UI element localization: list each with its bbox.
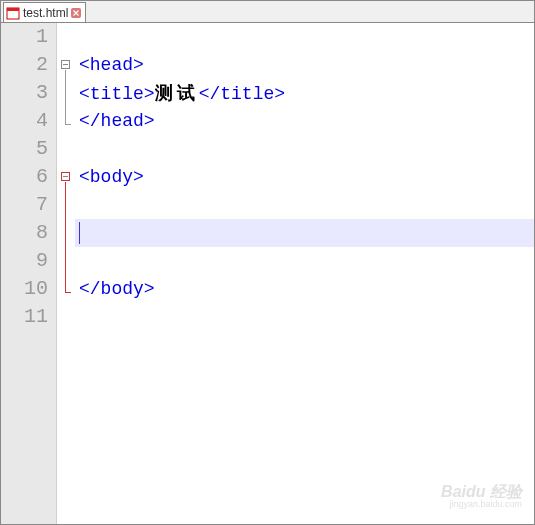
code-line-active — [75, 219, 534, 247]
line-number: 2 — [1, 51, 48, 79]
line-number: 8 — [1, 219, 48, 247]
line-number: 1 — [1, 23, 48, 51]
line-number: 11 — [1, 303, 48, 331]
html-file-icon — [6, 6, 20, 20]
fold-guide — [65, 70, 66, 124]
code-line — [75, 303, 534, 331]
code-line — [75, 135, 534, 163]
watermark: Baidu 经验 jingyan.baidu.com — [441, 483, 522, 510]
file-tab[interactable]: test.html — [3, 2, 86, 22]
fold-guide — [65, 292, 71, 293]
fold-guide — [65, 182, 66, 292]
code-line — [75, 23, 534, 51]
code-line: <head> — [75, 51, 534, 79]
code-line: <body> — [75, 163, 534, 191]
line-number: 7 — [1, 191, 48, 219]
watermark-brand: Baidu 经验 — [441, 483, 522, 501]
code-line: <title>测试</title> — [75, 79, 534, 107]
fold-toggle-icon[interactable] — [61, 172, 70, 181]
line-number: 5 — [1, 135, 48, 163]
tab-bar: test.html — [1, 1, 534, 23]
code-editor[interactable]: 1 2 3 4 5 6 7 8 9 10 11 <head> <title>测试… — [1, 23, 534, 524]
fold-column — [57, 23, 75, 524]
line-number: 9 — [1, 247, 48, 275]
line-number-gutter: 1 2 3 4 5 6 7 8 9 10 11 — [1, 23, 57, 524]
line-number: 4 — [1, 107, 48, 135]
code-line — [75, 247, 534, 275]
watermark-url: jingyan.baidu.com — [441, 500, 522, 510]
line-number: 3 — [1, 79, 48, 107]
code-area[interactable]: <head> <title>测试</title> </head> <body> … — [75, 23, 534, 524]
fold-guide — [65, 124, 71, 125]
text-cursor — [79, 222, 80, 244]
code-line: </head> — [75, 107, 534, 135]
tab-filename: test.html — [23, 6, 68, 20]
close-icon[interactable] — [71, 8, 81, 18]
line-number: 10 — [1, 275, 48, 303]
svg-rect-1 — [7, 8, 19, 11]
code-line: </body> — [75, 275, 534, 303]
fold-toggle-icon[interactable] — [61, 60, 70, 69]
code-line — [75, 191, 534, 219]
line-number: 6 — [1, 163, 48, 191]
